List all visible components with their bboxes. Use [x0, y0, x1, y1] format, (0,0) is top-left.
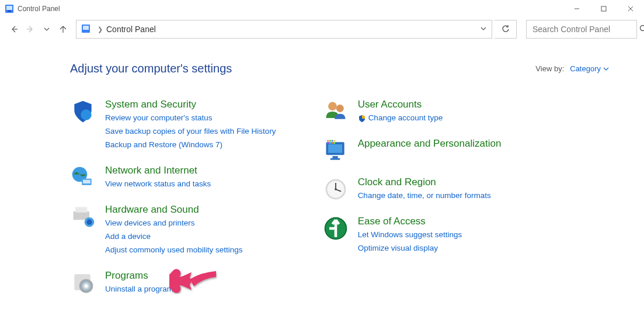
user-accounts-icon[interactable] [323, 99, 349, 124]
globe-network-icon[interactable] [70, 165, 96, 190]
svg-rect-10 [83, 26, 89, 30]
svg-point-13 [81, 109, 91, 120]
ease-of-access-icon[interactable] [323, 216, 349, 241]
svg-rect-36 [327, 142, 329, 144]
main-content: Adjust your computer's settings View by:… [0, 41, 644, 296]
appearance-monitor-icon[interactable] [323, 138, 349, 164]
programs-disc-icon[interactable] [70, 270, 96, 296]
breadcrumb-item[interactable]: Control Panel [106, 25, 156, 34]
category-link[interactable]: Save backup copies of your files with Fi… [105, 125, 276, 138]
search-input[interactable] [531, 24, 636, 34]
uac-shield-icon [358, 114, 366, 122]
category-title[interactable]: System and Security [105, 99, 276, 110]
category-link[interactable]: Backup and Restore (Windows 7) [105, 138, 276, 152]
view-by-value: Category [570, 64, 601, 73]
svg-rect-34 [331, 140, 333, 142]
svg-point-26 [328, 102, 337, 111]
category-system-security: System and Security Review your computer… [70, 99, 276, 152]
category-title[interactable]: Network and Internet [105, 165, 211, 176]
category-title[interactable]: Hardware and Sound [105, 204, 243, 216]
address-dropdown-button[interactable] [480, 25, 487, 34]
svg-rect-30 [332, 156, 337, 158]
svg-point-11 [640, 25, 645, 30]
svg-point-21 [86, 219, 92, 224]
category-link-text: Change account type [368, 112, 443, 125]
category-link[interactable]: Uninstall a program [105, 283, 173, 296]
minimize-button[interactable] [563, 0, 590, 18]
svg-rect-38 [331, 142, 333, 144]
category-network-internet: Network and Internet View network status… [70, 165, 276, 191]
category-title[interactable]: Programs [105, 270, 173, 282]
printer-hardware-icon[interactable] [70, 204, 96, 230]
category-link[interactable]: Let Windows suggest settings [358, 228, 462, 242]
category-link[interactable]: View devices and printers [105, 217, 243, 230]
svg-rect-37 [329, 142, 331, 144]
svg-point-25 [85, 284, 88, 287]
category-title[interactable]: User Accounts [358, 99, 443, 110]
category-user-accounts: User Accounts Change account type [323, 99, 502, 125]
category-column-left: System and Security Review your computer… [70, 99, 276, 296]
category-link[interactable]: Add a device [105, 230, 243, 244]
window-title: Control Panel [18, 5, 60, 13]
window-controls [563, 0, 644, 18]
view-by-selector[interactable]: Category [570, 64, 609, 73]
category-ease-of-access: Ease of Access Let Windows suggest setti… [323, 216, 502, 255]
category-column-right: User Accounts Change account type [323, 99, 502, 296]
category-link[interactable]: View network status and tasks [105, 178, 211, 191]
content-header: Adjust your computer's settings View by:… [70, 62, 609, 75]
svg-rect-29 [328, 144, 342, 153]
category-title[interactable]: Ease of Access [358, 216, 462, 227]
svg-point-27 [336, 105, 344, 112]
chevron-down-icon [603, 66, 609, 72]
svg-rect-16 [83, 179, 90, 183]
shield-icon[interactable] [70, 99, 96, 124]
svg-rect-4 [601, 6, 606, 11]
svg-rect-18 [75, 207, 87, 212]
category-title[interactable]: Appearance and Personalization [358, 138, 502, 150]
svg-rect-31 [330, 158, 340, 160]
svg-rect-35 [333, 140, 335, 142]
page-title: Adjust your computer's settings [70, 62, 232, 75]
category-link[interactable]: Change date, time, or number formats [358, 189, 491, 203]
clock-icon[interactable] [323, 176, 349, 202]
svg-rect-2 [8, 11, 11, 12]
svg-rect-33 [329, 140, 331, 142]
category-link[interactable]: Review your computer's status [105, 112, 276, 125]
category-title[interactable]: Clock and Region [358, 176, 491, 188]
svg-rect-1 [6, 6, 12, 10]
up-button[interactable] [56, 22, 70, 36]
svg-point-44 [335, 188, 337, 190]
navigation-row: ❯ Control Panel [0, 18, 644, 41]
title-bar: Control Panel [0, 0, 644, 18]
maximize-button[interactable] [590, 0, 617, 18]
category-link[interactable]: Optimize visual display [358, 242, 462, 255]
category-link[interactable]: Adjust commonly used mobility settings [105, 244, 243, 257]
view-by: View by: Category [535, 64, 609, 73]
refresh-button[interactable] [495, 20, 517, 39]
category-clock-region: Clock and Region Change date, time, or n… [323, 176, 502, 203]
category-appearance: Appearance and Personalization [323, 138, 502, 164]
search-box[interactable] [526, 20, 637, 39]
svg-rect-39 [333, 142, 335, 144]
close-button[interactable] [617, 0, 644, 18]
category-hardware-sound: Hardware and Sound View devices and prin… [70, 204, 276, 257]
view-by-label: View by: [535, 64, 564, 73]
svg-rect-32 [327, 140, 329, 142]
address-bar[interactable]: ❯ Control Panel [76, 20, 492, 39]
forward-button[interactable] [23, 22, 37, 36]
chevron-right-icon[interactable]: ❯ [98, 26, 103, 33]
category-grid: System and Security Review your computer… [70, 99, 609, 296]
search-icon[interactable] [639, 25, 644, 34]
category-programs: Programs Uninstall a program [70, 270, 276, 296]
back-button[interactable] [7, 22, 21, 36]
control-panel-app-icon [5, 4, 14, 13]
recent-locations-button[interactable] [40, 22, 54, 36]
category-link[interactable]: Change account type [358, 112, 443, 125]
control-panel-mini-icon [81, 24, 90, 35]
